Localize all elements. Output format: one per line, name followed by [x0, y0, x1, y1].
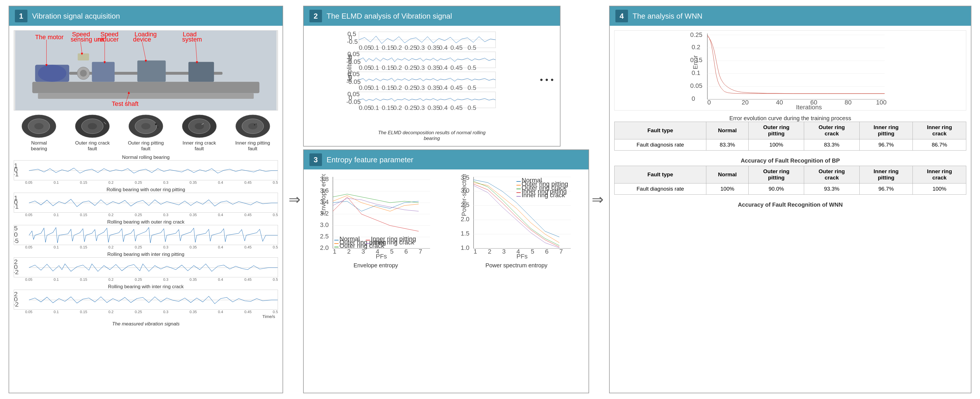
- panel-1-content: The motor Speed sensing unit Speed reduc…: [9, 26, 283, 393]
- wnn-table-header-row: Fault type Normal Outer ringpitting Oute…: [614, 122, 966, 139]
- bearing-inner-pitting: Inner ring pittingfault: [233, 113, 273, 152]
- svg-text:100: 100: [876, 99, 887, 106]
- bp-rate-inner-crack: 100%: [913, 184, 966, 195]
- svg-text:Amplitude: Amplitude: [346, 54, 353, 82]
- x-ticks-2: 0.050.10.150.20.250.30.350.40.450.5: [14, 213, 278, 217]
- bp-table-header-row: Fault type Normal Outer ringpitting Oute…: [614, 166, 966, 184]
- panel-3-content: 2.0 2.5 3.0 3.2 3.4 3.6 3.8: [304, 169, 589, 393]
- svg-text:Envelope entropy: Envelope entropy: [320, 174, 327, 215]
- svg-text:0.3: 0.3: [416, 44, 425, 51]
- svg-point-39: [88, 123, 97, 129]
- signal-chart-5: 2 0 -2: [14, 290, 278, 310]
- panel-3: 3 Entropy feature parameter 2.0 2.5 3.0 …: [303, 149, 589, 393]
- svg-text:-0.05: -0.05: [346, 98, 361, 105]
- svg-rect-6: [92, 62, 115, 82]
- svg-rect-11: [78, 53, 89, 61]
- panel-4-number: 4: [616, 10, 628, 22]
- svg-text:2.0: 2.0: [461, 215, 469, 223]
- svg-point-36: [34, 123, 43, 129]
- panel-2-title: The ELMD analysis of Vibration signal: [326, 12, 452, 21]
- svg-text:0.35: 0.35: [428, 44, 440, 51]
- svg-text:0: 0: [692, 95, 695, 102]
- svg-text:0.05: 0.05: [359, 44, 371, 51]
- wnn-rate-inner-pitting: 96.7%: [859, 139, 913, 150]
- svg-text:0.05: 0.05: [690, 82, 703, 89]
- svg-text:0.3: 0.3: [416, 64, 425, 71]
- bp-col-normal: Normal: [706, 166, 748, 184]
- svg-text:0.2: 0.2: [393, 84, 402, 91]
- svg-point-4: [38, 65, 66, 82]
- svg-text:0.35: 0.35: [428, 84, 440, 91]
- arrow-2-4: ⇒: [589, 6, 606, 393]
- bp-fault-table: Fault type Normal Outer ringpitting Oute…: [614, 166, 966, 195]
- svg-rect-203: [517, 188, 521, 189]
- svg-rect-170: [334, 247, 339, 247]
- signal-svg-3: 5 0 -5: [14, 225, 278, 245]
- bearing-outer-crack-label: Outer ring crackfault: [75, 140, 110, 152]
- elmd-charts: 0.5 0 -0.5 0.050.10.150.20.250.30.350.40…: [308, 30, 535, 129]
- panel-3-number: 3: [309, 153, 322, 166]
- svg-text:20: 20: [742, 99, 749, 106]
- svg-point-53: [254, 124, 255, 125]
- equipment-diagram: The motor Speed sensing unit Speed reduc…: [14, 30, 278, 110]
- svg-text:6: 6: [545, 248, 549, 255]
- svg-text:0.2: 0.2: [393, 64, 402, 71]
- wnn-col-outer-pitting: Outer ringpitting: [749, 122, 804, 139]
- wnn-fault-table: Fault type Normal Outer ringpitting Oute…: [614, 122, 966, 150]
- bearing-photo-outer-crack: [72, 113, 112, 139]
- svg-text:0.2: 0.2: [393, 44, 402, 51]
- svg-rect-2: [38, 93, 254, 99]
- svg-text:1.5: 1.5: [461, 230, 469, 237]
- bearing-outer-crack: Outer ring crackfault: [72, 113, 112, 152]
- envelope-svg: 2.0 2.5 3.0 3.2 3.4 3.6 3.8: [308, 174, 443, 260]
- svg-text:0.1: 0.1: [370, 104, 379, 111]
- wnn-table-row: Fault diagnosis rate 83.3% 100% 83.3% 96…: [614, 139, 966, 150]
- svg-text:0.25: 0.25: [405, 84, 417, 91]
- svg-point-54: [256, 124, 256, 124]
- wnn-rate-outer-pitting: 100%: [749, 139, 804, 150]
- bp-rate-label: Fault diagnosis rate: [614, 184, 706, 195]
- svg-text:0.25: 0.25: [405, 44, 417, 51]
- svg-text:0.5: 0.5: [468, 84, 476, 91]
- signal-label-2: Rolling bearing with outer ring pitting: [14, 187, 278, 193]
- svg-text:Inner ring crack: Inner ring crack: [371, 239, 415, 246]
- signal-row-5: Rolling bearing with inter ring crack 2 …: [14, 284, 278, 319]
- panel-2-content: 0.5 0 -0.5 0.050.10.150.20.250.30.350.40…: [304, 26, 560, 146]
- x-ticks-3: 0.050.10.150.20.250.30.350.40.450.5: [14, 245, 278, 249]
- svg-text:0.05: 0.05: [359, 64, 371, 71]
- svg-text:-1: -1: [14, 203, 19, 210]
- svg-text:0.5: 0.5: [468, 44, 476, 51]
- svg-text:reducer: reducer: [97, 36, 119, 43]
- svg-text:-2: -2: [14, 268, 19, 275]
- wnn-col-inner-pitting: Inner ringpitting: [859, 122, 913, 139]
- wnn-rate-inner-crack: 86.7%: [913, 139, 966, 150]
- svg-text:0.1: 0.1: [370, 84, 379, 91]
- elmd-svg: 0.5 0 -0.5 0.050.10.150.20.250.30.350.40…: [308, 30, 535, 128]
- error-svg: 0 0.05 0.1 0.15 0.2 0.25 0 20 40 60 80 1: [614, 30, 966, 111]
- svg-text:-2: -2: [14, 301, 19, 308]
- bp-table-title: Accuracy of Fault Recognition of BP: [614, 157, 966, 164]
- svg-text:0.1: 0.1: [370, 64, 379, 71]
- bearing-photo-normal: [19, 113, 59, 139]
- svg-text:0.25: 0.25: [405, 64, 417, 71]
- panel-1-header: 1 Vibration signal acquisition: [9, 6, 283, 26]
- svg-text:0.1: 0.1: [370, 44, 379, 51]
- svg-text:-1: -1: [14, 171, 19, 177]
- signal-svg-5: 2 0 -2: [14, 290, 278, 310]
- error-chart-title: Error evolution curve during the trainin…: [614, 115, 966, 122]
- dots-area: • • •: [538, 30, 555, 129]
- panel-4-title: The analysis of WNN: [633, 12, 702, 21]
- svg-text:5: 5: [531, 248, 534, 255]
- panel-2: 2 The ELMD analysis of Vibration signal …: [303, 6, 560, 147]
- svg-text:0.3: 0.3: [416, 104, 425, 111]
- wnn-col-outer-crack: Outer ringcrack: [804, 122, 860, 139]
- signal-label-1: Normal rolling bearing: [14, 155, 278, 160]
- equipment-photo: The motor Speed sensing unit Speed reduc…: [14, 30, 278, 110]
- wnn-error-chart: 0 0.05 0.1 0.15 0.2 0.25 0 20 40 60 80 1: [614, 30, 966, 110]
- svg-text:0.2: 0.2: [692, 43, 701, 51]
- svg-text:0.1: 0.1: [692, 69, 701, 77]
- svg-text:Inner ring crack: Inner ring crack: [522, 192, 565, 199]
- signal-label-5: Rolling bearing with inter ring crack: [14, 284, 278, 290]
- svg-text:0.3: 0.3: [416, 84, 425, 91]
- svg-text:1.0: 1.0: [461, 244, 469, 251]
